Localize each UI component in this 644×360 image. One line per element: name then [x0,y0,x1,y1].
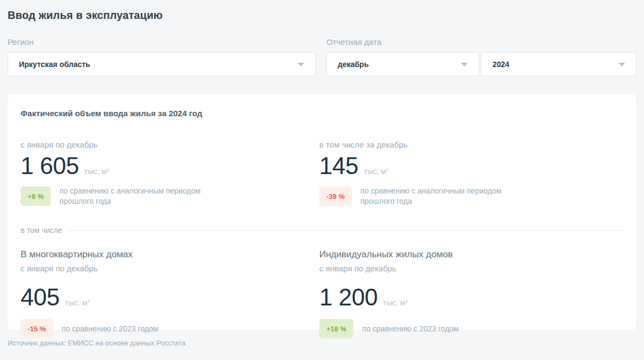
report-date-filter-label: Отчетная дата [326,37,636,46]
comparison-note: по сравнению с аналогичным периодом прош… [60,186,222,206]
stat-unit: тыс. м2 [84,168,109,175]
comparison-note: по сравнению с 2023 годом [62,324,159,334]
stat-unit: тыс. м2 [383,299,408,306]
stat-value: 145 [319,154,358,178]
stat-value: 1 200 [319,285,378,309]
divider-label: в том числе [21,226,62,235]
filters-bar: Регион Иркутская область Отчетная дата д… [8,37,636,76]
comparison-note: по сравнению с 2023 годом [362,324,459,334]
section-divider: в том числе [21,226,623,235]
region-select-value: Иркутская область [19,60,90,69]
divider-line [67,230,623,231]
delta-badge: +18 % [319,319,353,338]
breakdown-title: В многоквартирных домах [21,249,319,260]
stat-unit: тыс. м2 [65,299,90,306]
stat-unit: тыс. м2 [364,168,389,175]
breakdown-block-individual: Индивидуальных жилых домов с января по д… [319,249,623,338]
chevron-down-icon [461,63,468,66]
delta-badge: -15 % [21,319,53,338]
stat-period-label: с января по декабрь [21,264,319,273]
stat-period-label: с января по декабрь [319,264,623,273]
breakdown-title: Индивидуальных жилых домов [319,249,623,260]
region-select[interactable]: Иркутская область [8,52,316,76]
stat-period-label: с января по декабрь [21,140,319,149]
region-filter-group: Регион Иркутская область [8,37,316,76]
stat-block-month: в том числе за декабрь 145 тыс. м2 -39 %… [319,140,623,206]
chevron-down-icon [298,63,304,66]
breakdown-row: В многоквартирных домах с января по дека… [21,249,623,338]
breakdown-block-apartments: В многоквартирных домах с января по дека… [21,249,319,338]
dashboard-page: Ввод жилья в эксплуатацию Регион Иркутск… [0,0,644,360]
comparison-note: по сравнению с аналогичным периодом прош… [360,186,523,206]
chevron-down-icon [619,63,625,66]
totals-row: с января по декабрь 1 605 тыс. м2 +8 % п… [21,140,623,206]
month-select-value: декабрь [338,60,369,69]
region-filter-label: Регион [8,37,316,46]
stat-value: 1 605 [21,154,79,178]
delta-badge: +8 % [21,186,51,206]
stat-block-total: с января по декабрь 1 605 тыс. м2 +8 % п… [21,140,319,206]
report-date-selects: декабрь 2024 [326,52,636,76]
card-title: Фактический объем ввода жилья за 2024 го… [21,109,623,118]
stat-period-label: в том числе за декабрь [319,140,623,149]
year-select-value: 2024 [492,60,509,69]
page-title: Ввод жилья в эксплуатацию [8,0,636,22]
month-select[interactable]: декабрь [326,52,479,76]
stat-value: 405 [21,285,60,309]
year-select[interactable]: 2024 [481,52,636,76]
report-date-filter-group: Отчетная дата декабрь 2024 [326,37,636,76]
source-note: Источник данных: ЕМИСС на основе данных … [8,339,636,347]
stats-card: Фактический объем ввода жилья за 2024 го… [8,94,636,330]
delta-badge: -39 % [319,186,352,206]
